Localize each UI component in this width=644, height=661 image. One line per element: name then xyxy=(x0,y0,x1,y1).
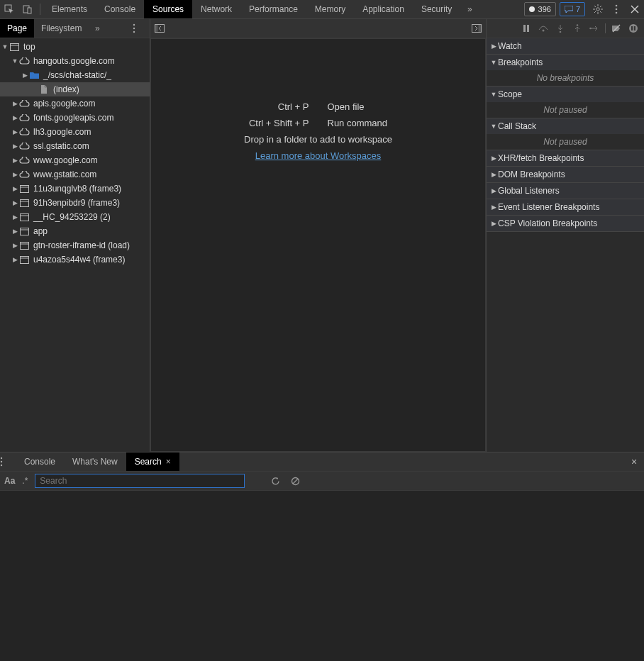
expand-arrow-icon[interactable]: ▶ xyxy=(11,171,18,178)
pause-on-exceptions-icon[interactable] xyxy=(626,21,641,36)
tree-item[interactable]: ▼top xyxy=(0,40,150,54)
drawer-close-icon[interactable]: × xyxy=(624,456,644,467)
workspaces-link[interactable]: Learn more about Workspaces xyxy=(255,150,382,161)
tree-item[interactable]: ▶www.google.com xyxy=(0,153,150,167)
expand-arrow-icon[interactable]: ▶ xyxy=(11,100,18,107)
more-tabs-icon[interactable]: » xyxy=(460,0,479,18)
panel-tab-sources[interactable]: Sources xyxy=(144,0,192,18)
tree-item[interactable]: ▶91h3enpibdr9 (frame3) xyxy=(0,196,150,210)
tree-item[interactable]: ▶fonts.googleapis.com xyxy=(0,111,150,125)
section-header-xhr-fetch-breakpoints[interactable]: ▶XHR/fetch Breakpoints xyxy=(487,150,644,166)
panel-tab-network[interactable]: Network xyxy=(192,0,240,18)
debugger-section: ▶DOM Breakpoints xyxy=(487,167,644,183)
section-header-csp-violation-breakpoints[interactable]: ▶CSP Violation Breakpoints xyxy=(487,216,644,231)
drawer-tab-what-s-new[interactable]: What's New xyxy=(64,452,126,471)
regex-toggle[interactable]: .* xyxy=(22,476,28,486)
panel-tab-application[interactable]: Application xyxy=(354,0,413,18)
svg-rect-22 xyxy=(20,185,28,192)
section-header-breakpoints[interactable]: ▼Breakpoints xyxy=(487,55,644,70)
tree-item-label: www.google.com xyxy=(33,155,98,165)
expand-arrow-icon[interactable]: ▶ xyxy=(21,72,28,79)
settings-icon[interactable] xyxy=(589,0,607,18)
section-title: Watch xyxy=(498,41,522,51)
search-input[interactable] xyxy=(35,474,245,488)
clear-icon[interactable] xyxy=(289,474,301,487)
panel-tab-elements[interactable]: Elements xyxy=(43,0,96,18)
expand-arrow-icon[interactable]: ▶ xyxy=(11,213,18,221)
close-devtools-icon[interactable] xyxy=(626,0,644,18)
tree-item[interactable]: ▼hangouts.google.com xyxy=(0,54,150,68)
workspace-hint: Drop in a folder to add to workspace xyxy=(170,134,467,145)
tree-item[interactable]: ▶ssl.gstatic.com xyxy=(0,139,150,153)
section-header-event-listener-breakpoints[interactable]: ▶Event Listener Breakpoints xyxy=(487,199,644,215)
section-header-global-listeners[interactable]: ▶Global Listeners xyxy=(487,183,644,199)
navigator-tab-filesystem[interactable]: Filesystem xyxy=(34,19,89,38)
drawer-tab-search[interactable]: Search× xyxy=(126,452,179,471)
toggle-navigator-icon[interactable] xyxy=(150,19,169,38)
tree-item[interactable]: ▶_/scs/chat-static/_ xyxy=(0,68,150,82)
step-out-icon[interactable] xyxy=(570,21,585,36)
expand-arrow-icon[interactable]: ▼ xyxy=(11,57,18,65)
panel-tab-console[interactable]: Console xyxy=(96,0,144,18)
refresh-icon[interactable] xyxy=(269,474,282,487)
tree-item-label: app xyxy=(33,226,48,236)
toggle-debugger-icon[interactable] xyxy=(467,19,486,38)
navigator-more-icon[interactable]: » xyxy=(89,23,106,33)
step-icon[interactable] xyxy=(587,21,602,36)
file-tree[interactable]: ▼top▼hangouts.google.com▶_/scs/chat-stat… xyxy=(0,38,150,452)
drawer-tab-console[interactable]: Console xyxy=(16,452,64,471)
navigator-tab-page[interactable]: Page xyxy=(0,19,34,38)
select-element-icon[interactable] xyxy=(0,0,18,18)
tree-item[interactable]: ▶app xyxy=(0,224,150,238)
deactivate-breakpoints-icon[interactable] xyxy=(609,21,624,36)
section-header-scope[interactable]: ▼Scope xyxy=(487,87,644,102)
match-case-toggle[interactable]: Aa xyxy=(4,476,15,486)
expand-arrow-icon[interactable]: ▶ xyxy=(11,242,18,249)
panel-tab-security[interactable]: Security xyxy=(413,0,460,18)
navigator-menu-icon[interactable] xyxy=(133,23,150,33)
messages-badge[interactable]: 7 xyxy=(560,2,585,16)
svg-line-11 xyxy=(594,11,596,13)
tree-item[interactable]: ▶11u3unqglvb8 (frame3) xyxy=(0,182,150,196)
panel-tab-performance[interactable]: Performance xyxy=(240,0,306,18)
expand-arrow-icon[interactable]: ▼ xyxy=(1,43,9,50)
svg-rect-30 xyxy=(20,242,28,249)
section-header-dom-breakpoints[interactable]: ▶DOM Breakpoints xyxy=(487,167,644,182)
expand-arrow-icon[interactable]: ▶ xyxy=(11,199,18,206)
tree-item-label: lh3.google.com xyxy=(33,127,91,137)
pause-icon[interactable] xyxy=(518,21,534,36)
panel-tab-memory[interactable]: Memory xyxy=(306,0,354,18)
section-header-watch[interactable]: ▶Watch xyxy=(487,38,644,54)
errors-badge[interactable]: 396 xyxy=(524,2,556,16)
svg-rect-37 xyxy=(479,25,482,33)
expand-arrow-icon[interactable]: ▶ xyxy=(11,114,18,121)
kebab-menu-icon[interactable] xyxy=(607,0,626,18)
step-into-icon[interactable] xyxy=(553,21,568,36)
expand-arrow-icon[interactable]: ▶ xyxy=(11,256,18,263)
expand-arrow-icon[interactable]: ▶ xyxy=(11,228,18,235)
drawer-menu-icon[interactable] xyxy=(0,457,16,467)
tree-item[interactable]: ▶lh3.google.com xyxy=(0,125,150,139)
tab-close-icon[interactable]: × xyxy=(166,457,171,467)
tree-item-label: (index) xyxy=(53,84,79,94)
device-toolbar-icon[interactable] xyxy=(18,0,37,18)
tree-item[interactable]: ▶gtn-roster-iframe-id (load) xyxy=(0,238,150,252)
expand-arrow-icon[interactable]: ▶ xyxy=(11,185,18,192)
svg-point-17 xyxy=(133,24,135,26)
expand-arrow-icon[interactable]: ▶ xyxy=(11,143,18,150)
tree-item[interactable]: ▶u4azoa5s44w4 (frame3) xyxy=(0,252,150,267)
welcome-panel: Ctrl + P Open file Ctrl + Shift + P Run … xyxy=(170,96,467,167)
step-over-icon[interactable] xyxy=(535,21,551,36)
tree-item[interactable]: ▶www.gstatic.com xyxy=(0,167,150,182)
section-header-call-stack[interactable]: ▼Call Stack xyxy=(487,118,644,134)
section-body: No breakpoints xyxy=(487,70,644,86)
expand-arrow-icon[interactable]: ▶ xyxy=(11,128,18,135)
expand-arrow-icon[interactable]: ▶ xyxy=(11,157,18,164)
cloud-icon xyxy=(18,127,30,137)
tree-item[interactable]: ▶__HC_94253229 (2) xyxy=(0,210,150,224)
cloud-icon xyxy=(18,170,30,179)
svg-line-55 xyxy=(293,479,298,484)
tree-item-label: 11u3unqglvb8 (frame3) xyxy=(33,184,121,194)
tree-item[interactable]: (index) xyxy=(0,82,150,96)
tree-item[interactable]: ▶apis.google.com xyxy=(0,96,150,111)
